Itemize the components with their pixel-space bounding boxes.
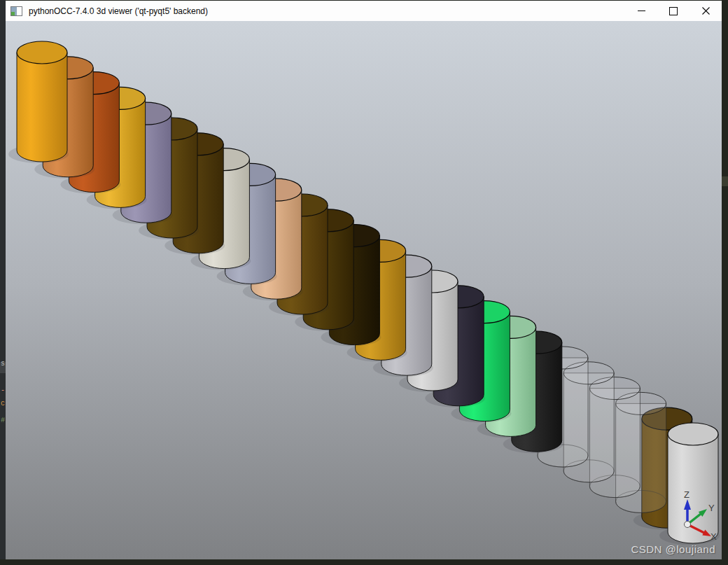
close-icon (702, 7, 710, 15)
desktop: { "titlebar": { "title": "pythonOCC-7.4.… (0, 0, 728, 565)
background-text-fragment: - P (1, 386, 6, 394)
axis-label-z: Z (684, 489, 690, 500)
minimize-icon (638, 11, 645, 11)
background-text-fragment: # (1, 417, 5, 424)
window-title: pythonOCC-7.4.0 3d viewer ('qt-pyqt5' ba… (29, 6, 208, 16)
background-text-fragment: c( (1, 400, 6, 407)
app-window-icon (10, 6, 22, 16)
background-text-fragment: s (1, 360, 5, 368)
3d-scene[interactable]: ZYX (6, 21, 722, 559)
pythonocc-viewer-window: pythonOCC-7.4.0 3d viewer ('qt-pyqt5' ba… (6, 1, 722, 559)
background-window-edge-bottom (0, 559, 728, 565)
axis-label-y: Y (708, 503, 715, 513)
window-controls (625, 1, 722, 21)
minimize-button[interactable] (625, 1, 657, 21)
background-window-highlight (722, 176, 728, 186)
background-window-edge-right (722, 0, 728, 565)
maximize-button[interactable] (657, 1, 690, 21)
cylinder-1[interactable] (8, 41, 69, 163)
3d-viewport[interactable]: ZYX CSDN @loujiand (6, 21, 722, 559)
maximize-icon (669, 7, 678, 15)
close-button[interactable] (690, 1, 722, 21)
background-editor-edge: s- Pc(# (0, 0, 6, 565)
titlebar[interactable]: pythonOCC-7.4.0 3d viewer ('qt-pyqt5' ba… (6, 1, 722, 21)
axis-label-x: X (710, 531, 717, 542)
